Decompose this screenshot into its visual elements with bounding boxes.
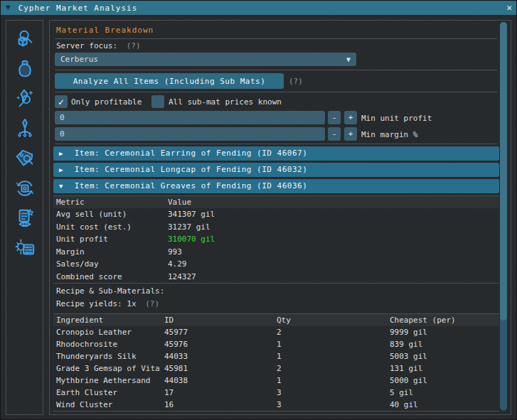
- watchlist-report-icon[interactable]: [14, 207, 36, 229]
- only-profitable-label: Only profitable: [71, 97, 142, 107]
- ingredient-id: 44033: [164, 350, 188, 362]
- metric-value: 31237 gil: [168, 221, 210, 234]
- collapsed-arrow-icon: ▶: [59, 146, 69, 161]
- ingredient-qty: 2: [277, 362, 282, 375]
- only-profitable-checkbox[interactable]: ✓: [55, 95, 68, 108]
- table-row: Earth Cluster 17 3 5 gil: [53, 387, 499, 399]
- metric-name: Avg sell (unit): [56, 208, 127, 221]
- gil-pouch-icon[interactable]: [14, 58, 36, 80]
- ingredient-name: Cronopio Leather: [56, 326, 163, 338]
- ingredient-name: Thunderyards Silk: [56, 350, 163, 362]
- submat-known-checkbox[interactable]: [151, 95, 164, 108]
- window-title: Cypher Market Analysis: [18, 4, 138, 13]
- material-search-icon[interactable]: [14, 87, 36, 109]
- metric-name: Unit profit: [56, 233, 108, 246]
- recipe-yields-help-icon: (?): [145, 299, 159, 308]
- analyze-all-button-label: Analyze All Items (Including Sub Mats): [73, 77, 266, 86]
- collapse-window-icon[interactable]: ▼: [6, 1, 11, 15]
- item-header-earring[interactable]: ▶ Item: Ceremonial Earring of Fending (I…: [53, 146, 499, 161]
- price-tag-search-icon[interactable]: [14, 147, 36, 169]
- server-dropdown-value: Cerberus: [60, 55, 98, 64]
- metric-name: Unit cost (est.): [56, 221, 132, 234]
- ingredient-qty: 3: [277, 399, 282, 411]
- settings-sliders-icon[interactable]: [14, 237, 36, 259]
- collapsed-arrow-icon: ▶: [59, 163, 69, 177]
- id-header: ID: [164, 314, 174, 326]
- min-unit-profit-minus-button[interactable]: -: [328, 111, 341, 124]
- ingredients-table: Ingredient ID Qty Cheapest (per) Cronopi…: [53, 313, 499, 411]
- ingredient-qty: 1: [277, 338, 282, 350]
- checkmark-icon: ✓: [58, 97, 64, 107]
- metric-value: 993: [168, 246, 182, 259]
- close-icon[interactable]: ✕: [506, 1, 512, 15]
- separator: [55, 38, 497, 39]
- metrics-table-header: Metric Value: [53, 196, 499, 208]
- metric-name: Combined score: [56, 271, 122, 284]
- table-row: Margin 993: [53, 246, 499, 259]
- server-focus-row: Server focus: (?): [56, 41, 141, 50]
- ingredient-id: 45977: [164, 326, 188, 338]
- item-search-icon[interactable]: [14, 28, 36, 50]
- min-unit-profit-plus-button[interactable]: +: [344, 111, 357, 124]
- min-margin-label: Min margin %: [361, 130, 417, 139]
- scrollbar-thumb[interactable]: [500, 22, 507, 321]
- min-unit-profit-input[interactable]: 0: [55, 111, 325, 124]
- server-focus-help-icon: (?): [127, 41, 141, 50]
- table-row: Sales/day 4.29: [53, 258, 499, 271]
- ingredient-qty: 1: [277, 375, 282, 387]
- sidebar: [6, 20, 43, 415]
- analyze-help-icon: (?): [289, 77, 303, 86]
- ingredient-id: 45976: [164, 338, 188, 350]
- crafting-tree-icon[interactable]: [14, 117, 36, 139]
- server-dropdown[interactable]: Cerberus ▼: [55, 53, 356, 66]
- ingredient-id: 44038: [164, 375, 188, 387]
- ingredient-price: 40 gil: [390, 399, 418, 411]
- min-margin-input[interactable]: 0: [55, 127, 325, 141]
- expanded-arrow-icon: ▼: [59, 179, 69, 193]
- table-row: Rhodochrosite 45976 1 839 gil: [53, 338, 499, 350]
- ingredient-price: 5000 gil: [390, 375, 427, 387]
- cypher-market-analysis-window: ▼ Cypher Market Analysis ✕: [0, 0, 517, 420]
- cheapest-header: Cheapest (per): [390, 314, 456, 326]
- server-focus-label: Server focus:: [56, 41, 117, 50]
- ingredient-name: Earth Cluster: [56, 387, 163, 399]
- ingredient-name: Rhodochrosite: [56, 338, 163, 350]
- analyze-all-button[interactable]: Analyze All Items (Including Sub Mats): [55, 73, 284, 89]
- min-margin-minus-button[interactable]: -: [328, 127, 341, 141]
- table-row: Combined score 124327: [53, 271, 499, 284]
- value-header: Value: [168, 196, 191, 208]
- ingredient-header: Ingredient: [56, 314, 103, 326]
- ingredient-price: 5003 gil: [390, 350, 427, 362]
- table-row: Cronopio Leather 45977 2 9999 gil: [53, 326, 499, 338]
- recipe-title: Recipe & Sub-Materials:: [56, 286, 164, 296]
- metrics-table: Metric Value Avg sell (unit) 341307 gil …: [53, 195, 499, 284]
- ingredient-name: Wind Cluster: [56, 399, 163, 411]
- table-row: Unit cost (est.) 31237 gil: [53, 221, 499, 234]
- separator: [55, 70, 497, 70]
- ingredient-price: 5 gil: [390, 387, 413, 399]
- table-row: Avg sell (unit) 341307 gil: [53, 208, 499, 221]
- min-unit-profit-label: Min unit profit: [361, 114, 432, 123]
- ingredients-table-header: Ingredient ID Qty Cheapest (per): [53, 314, 499, 326]
- metric-value: 124327: [168, 271, 196, 284]
- ingredient-name: Grade 3 Gemsap of Vita: [56, 362, 164, 375]
- title-bar[interactable]: ▼ Cypher Market Analysis ✕: [1, 1, 517, 15]
- ingredient-id: 17: [164, 387, 174, 399]
- table-row: Unit profit 310070 gil: [53, 233, 499, 246]
- ingredient-id: 16: [164, 399, 174, 411]
- table-row: Mythbrine Aethersand 44038 1 5000 gil: [53, 375, 499, 387]
- metric-value: 341307 gil: [168, 208, 215, 221]
- table-row: Wind Cluster 16 3 40 gil: [53, 399, 499, 411]
- item-header-label: Item: Ceremonial Earring of Fending (ID …: [75, 149, 308, 158]
- table-row: Thunderyards Silk 44033 1 5003 gil: [53, 350, 499, 362]
- separator: [55, 92, 497, 92]
- table-row: Grade 3 Gemsap of Vita 45981 2 131 gil: [53, 362, 499, 375]
- market-refresh-icon[interactable]: [14, 177, 36, 199]
- ingredient-price: 839 gil: [390, 338, 422, 350]
- item-header-longcap[interactable]: ▶ Item: Ceremonial Longcap of Fending (I…: [53, 163, 499, 177]
- item-header-greaves[interactable]: ▼ Item: Ceremonial Greaves of Fending (I…: [53, 179, 499, 193]
- min-margin-plus-button[interactable]: +: [344, 127, 357, 141]
- ingredient-id: 45981: [164, 362, 188, 375]
- submat-known-label: All sub-mat prices known: [169, 97, 282, 107]
- recipe-yields-label: Recipe yields: 1x: [56, 299, 137, 308]
